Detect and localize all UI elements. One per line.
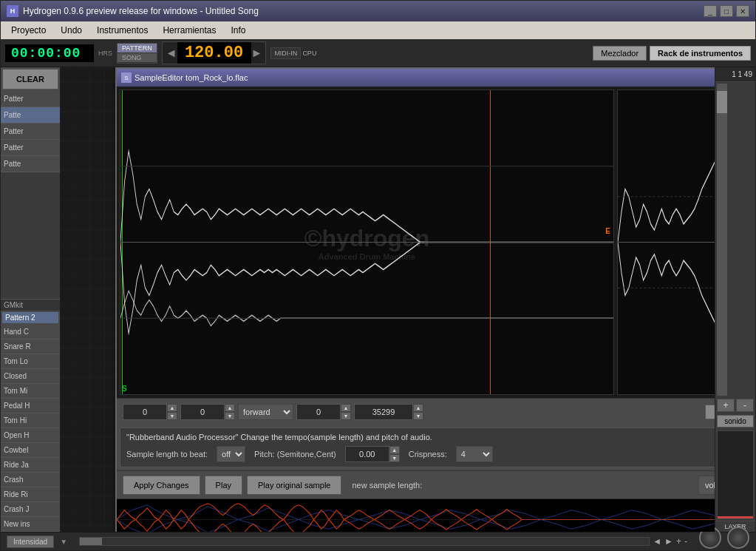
hrs-label: HRS — [98, 50, 112, 57]
sample-length-select[interactable]: off 1 2 4 — [217, 446, 245, 462]
layer-display — [717, 430, 754, 519]
sample-editor-modal: S SampleEditor tom_Rock_lo.flac ? ✕ ©hyd… — [115, 67, 715, 532]
bpm-up-btn[interactable]: ► — [251, 47, 263, 60]
horizontal-scrollbar[interactable] — [79, 537, 650, 546]
menu-instrumentos[interactable]: Instrumentos — [89, 24, 155, 37]
loop-input[interactable] — [180, 404, 225, 420]
menu-herramientas[interactable]: Herramientas — [155, 24, 223, 37]
loop-up-btn[interactable]: ▲ — [225, 404, 235, 412]
rack-instruments-button[interactable]: Rack de instrumentos — [650, 46, 751, 61]
instrument-rideja[interactable]: Ride Ja — [1, 458, 60, 473]
pattern-item[interactable]: Patte — [1, 107, 60, 124]
modal-title-bar: S SampleEditor tom_Rock_lo.flac ? ✕ — [117, 69, 715, 87]
menu-proyecto[interactable]: Proyecto — [4, 24, 53, 37]
pitch-input-group: ▲ ▼ — [345, 446, 400, 462]
zoom-out-btn[interactable]: - — [684, 536, 687, 547]
instrument-crashj[interactable]: Crash J — [1, 502, 60, 517]
pattern-list: Patter Patte Patter Patter Patte — [1, 91, 60, 299]
instrument-tomlo[interactable]: Tom Lo — [1, 354, 60, 369]
pattern-item[interactable]: Patter — [1, 140, 60, 156]
zoom-in-btn[interactable]: + — [676, 536, 681, 547]
instrument-closed[interactable]: Closed — [1, 369, 60, 384]
cerrar-button[interactable]: Cerrar — [705, 405, 715, 419]
h-scroll-thumb[interactable] — [80, 538, 102, 545]
action-bar: Apply Changes Play Play original sample … — [117, 470, 715, 498]
instrument-pedal[interactable]: Pedal H — [1, 399, 60, 413]
menu-info[interactable]: Info — [223, 24, 253, 37]
instrument-snare[interactable]: Snare R — [1, 339, 60, 354]
zoom-waveform[interactable]: ▲ ▼ — [617, 89, 715, 395]
zoom-minus-btn[interactable]: - — [736, 399, 754, 412]
main-waveform[interactable]: ©hydrogen Advanced Drum Machine S E — [120, 89, 614, 395]
time-display: 00:00:00 — [5, 44, 94, 62]
instrument-hand[interactable]: Hand C — [1, 325, 60, 339]
pitch-input[interactable] — [345, 446, 389, 462]
clear-button[interactable]: CLEAR — [2, 69, 58, 89]
instrument-tommi[interactable]: Tom Mi — [1, 384, 60, 399]
volume-select[interactable]: volume pitch — [698, 476, 715, 495]
bpm-display: 120.00 — [177, 42, 251, 64]
zoom-waveform-svg — [618, 90, 715, 394]
modal-icon: S — [121, 72, 132, 83]
instrument-crash1[interactable]: Crash — [1, 473, 60, 487]
bpm-down-btn[interactable]: ◄ — [166, 47, 177, 60]
fine-knob[interactable] — [727, 527, 749, 549]
pattern-item[interactable]: Patte — [1, 156, 60, 172]
controls-bar: ▲ ▼ ▲ ▼ forward backward — [117, 398, 715, 425]
right-scrollbar[interactable] — [717, 84, 727, 396]
gmkit-label: GMkit — [1, 299, 60, 311]
mezclador-button[interactable]: Mezclador — [593, 46, 647, 61]
play-button[interactable]: Play — [205, 476, 242, 495]
measure-display: 1 1 49 — [715, 67, 755, 82]
bottom-scroll-controls: ◄ ► + - — [73, 536, 693, 547]
direction-select[interactable]: forward backward ping-pong — [238, 404, 293, 420]
start-input[interactable] — [123, 404, 167, 420]
maximize-button[interactable]: □ — [720, 5, 733, 17]
instrument-openh[interactable]: Open H — [1, 428, 60, 443]
endstart-input[interactable] — [296, 404, 341, 420]
song-toggle-btn[interactable]: SONG — [118, 53, 157, 63]
end-input[interactable] — [354, 404, 413, 420]
endstart-down-btn[interactable]: ▼ — [341, 412, 351, 420]
center-area: S SampleEditor tom_Rock_lo.flac ? ✕ ©hyd… — [60, 67, 715, 532]
close-button[interactable]: ✕ — [736, 5, 749, 17]
modal-title: SampleEditor tom_Rock_lo.flac — [134, 73, 715, 82]
workspace: CLEAR Patter Patte Patter Patter Patte — [1, 67, 755, 532]
play-original-button[interactable]: Play original sample — [247, 476, 341, 495]
pitch-down-btn[interactable]: ▼ — [389, 454, 400, 462]
down-arrow-icon: ▼ — [60, 538, 67, 546]
scroll-left-btn[interactable]: ◄ — [653, 536, 661, 547]
pattern-toggle-btn[interactable]: PATTERN — [118, 44, 157, 53]
instrument-tomhi[interactable]: Tom Hi — [1, 413, 60, 428]
instrument-riderr[interactable]: Ride Ri — [1, 487, 60, 502]
minimize-button[interactable]: _ — [704, 5, 717, 17]
instrument-new[interactable]: New ins — [1, 517, 60, 532]
crispness-label: Crispness: — [409, 450, 447, 459]
loop-spin-btns: ▲ ▼ — [225, 404, 235, 420]
scroll-right-btn[interactable]: ► — [664, 536, 673, 547]
zoom-plus-btn[interactable]: + — [717, 399, 735, 412]
menu-undo[interactable]: Undo — [53, 24, 89, 37]
end-input-group: ▲ ▼ — [354, 404, 423, 420]
pitch-up-btn[interactable]: ▲ — [389, 446, 400, 454]
bottom-waveform[interactable] — [117, 498, 715, 532]
start-down-btn[interactable]: ▼ — [167, 412, 177, 420]
end-up-btn[interactable]: ▲ — [413, 404, 423, 412]
zoom-buttons: + - — [715, 397, 755, 413]
pattern-item[interactable]: Patter — [1, 91, 60, 107]
instrument-cowbel[interactable]: Cowbel — [1, 443, 60, 458]
endstart-up-btn[interactable]: ▲ — [341, 404, 351, 412]
start-up-btn[interactable]: ▲ — [167, 404, 177, 412]
crispness-select[interactable]: 4 1 2 3 5 6 — [456, 446, 493, 462]
sonido-button[interactable]: sonido — [717, 415, 754, 427]
intensidad-button[interactable]: Intensidad — [7, 535, 54, 548]
bottom-waveform-svg — [117, 499, 715, 532]
end-down-btn[interactable]: ▼ — [413, 412, 423, 420]
loop-down-btn[interactable]: ▼ — [225, 412, 235, 420]
waveform-top-svg — [120, 90, 613, 394]
rubberband-controls: Sample length to beat: off 1 2 4 Pitch: … — [126, 446, 715, 462]
apply-changes-button[interactable]: Apply Changes — [123, 476, 200, 495]
pattern-item[interactable]: Patter — [1, 124, 60, 140]
scroll-thumb[interactable] — [717, 91, 727, 113]
right-panel: 1 1 49 + - sonido LAYER — [715, 67, 755, 532]
